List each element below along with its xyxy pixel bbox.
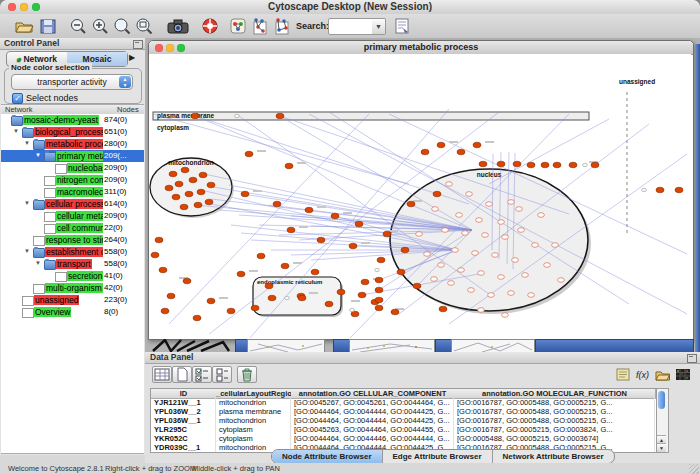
- network-node[interactable]: [194, 202, 202, 208]
- network-node[interactable]: [167, 293, 175, 299]
- network-node-outline[interactable]: [456, 213, 463, 218]
- tree-row[interactable]: secretion41(0): [1, 270, 144, 282]
- tree-row[interactable]: ▼establishment of lo558(0): [1, 246, 144, 258]
- network-node[interactable]: [541, 162, 549, 168]
- attribute-matrix-icon[interactable]: [675, 367, 691, 380]
- network-canvas[interactable]: plasma membranecytoplasmmitochondrionnuc…: [149, 54, 691, 338]
- network-node[interactable]: [181, 167, 189, 173]
- network-node[interactable]: [281, 263, 289, 269]
- network-node-outline[interactable]: [432, 207, 439, 212]
- network-node-outline[interactable]: [466, 192, 473, 197]
- network-node[interactable]: [591, 162, 599, 168]
- plasma-membrane-region[interactable]: [153, 112, 589, 120]
- float-panel-icon[interactable]: [133, 40, 143, 49]
- zoom-out-icon[interactable]: [68, 17, 88, 35]
- network-node[interactable]: [241, 191, 249, 197]
- function-builder-icon[interactable]: f(x): [635, 367, 651, 380]
- tab-edge-attribute-browser[interactable]: Edge Attribute Browser: [383, 450, 493, 463]
- scrollbar-thumb[interactable]: [658, 391, 665, 409]
- network-node[interactable]: [553, 162, 561, 168]
- expander-icon[interactable]: ▼: [24, 200, 30, 206]
- attribute-table-icon[interactable]: [152, 366, 172, 383]
- network-node-outline[interactable]: [538, 213, 545, 218]
- table-cell[interactable]: YDR039C__1: [151, 443, 216, 452]
- network-node-outline[interactable]: [452, 248, 459, 253]
- table-cell[interactable]: [GO:0005488, GO:0005215, GO:0003674]: [454, 434, 655, 443]
- network-node-tiny[interactable]: [583, 163, 588, 166]
- import-attributes-icon[interactable]: [655, 367, 671, 380]
- network-node[interactable]: [169, 171, 177, 177]
- tree-row[interactable]: unassigned223(0): [1, 294, 144, 306]
- network-node[interactable]: [317, 237, 325, 243]
- network-node[interactable]: [325, 301, 333, 307]
- network-node[interactable]: [165, 185, 173, 191]
- network-node-outline[interactable]: [431, 277, 438, 282]
- network-node[interactable]: [155, 237, 163, 243]
- delete-attribute-icon[interactable]: [237, 366, 257, 383]
- tab-overflow-arrow[interactable]: ▶: [129, 53, 135, 62]
- network-node[interactable]: [151, 252, 159, 258]
- network-node[interactable]: [285, 163, 293, 169]
- snapshot-camera-icon[interactable]: [166, 17, 190, 35]
- network-node[interactable]: [361, 279, 369, 285]
- network-node-outline[interactable]: [498, 275, 505, 280]
- network-node[interactable]: [433, 191, 441, 197]
- network-node[interactable]: [287, 227, 295, 233]
- network-node-tiny[interactable]: [642, 188, 647, 191]
- tree-row[interactable]: ▼cellular process614(0): [1, 198, 144, 210]
- network-node[interactable]: [183, 278, 191, 284]
- table-cell[interactable]: [GO:0016787, GO:0005488, GO:0005215, G..…: [454, 416, 655, 425]
- search-input[interactable]: [328, 18, 376, 35]
- network-node-outline[interactable]: [544, 263, 551, 268]
- network-node-tiny[interactable]: [375, 268, 380, 271]
- network-node-outline[interactable]: [438, 263, 445, 268]
- network-node[interactable]: [375, 305, 383, 311]
- layout-network-b-icon[interactable]: [272, 17, 292, 35]
- network-node[interactable]: [337, 289, 345, 295]
- table-cell[interactable]: YPL036W__1: [151, 416, 216, 425]
- network-node[interactable]: [180, 204, 188, 210]
- resize-grip[interactable]: [689, 464, 699, 474]
- network-window[interactable]: primary metabolic process plasma membran…: [148, 40, 694, 340]
- network-node-outline[interactable]: [446, 182, 453, 187]
- network-node[interactable]: [159, 267, 167, 273]
- network-node[interactable]: [207, 182, 215, 188]
- network-node[interactable]: [569, 162, 577, 168]
- network-node-outline[interactable]: [522, 273, 529, 278]
- tree-row[interactable]: cell communicat22(0): [1, 222, 144, 234]
- network-node-outline[interactable]: [502, 313, 509, 318]
- network-node[interactable]: [191, 113, 199, 119]
- help-lifesaver-icon[interactable]: [200, 17, 220, 35]
- table-cell[interactable]: [GO:0045263, GO:0044464, GO:0044455, G..…: [291, 425, 454, 434]
- table-cell[interactable]: [GO:0016787, GO:0005488, GO:0005215, G..…: [454, 407, 655, 416]
- network-node-outline[interactable]: [492, 253, 499, 258]
- network-node[interactable]: [375, 277, 383, 283]
- tree-row[interactable]: ▼transport558(0): [1, 258, 144, 270]
- save-icon[interactable]: [38, 17, 58, 35]
- network-node-tiny[interactable]: [235, 114, 240, 117]
- network-node-tiny[interactable]: [285, 296, 290, 299]
- zoom-in-icon[interactable]: [90, 17, 110, 35]
- network-node[interactable]: [391, 309, 399, 315]
- network-node-outline[interactable]: [448, 281, 455, 286]
- network-node[interactable]: [407, 201, 415, 207]
- expander-icon[interactable]: ▼: [24, 140, 30, 146]
- network-node[interactable]: [189, 177, 197, 183]
- network-node-outline[interactable]: [458, 268, 465, 273]
- open-icon[interactable]: [14, 17, 34, 35]
- network-node[interactable]: [349, 243, 357, 249]
- tree-row[interactable]: ▼metabolic process280(0): [1, 138, 144, 150]
- select-attributes-icon[interactable]: [192, 366, 212, 383]
- scroll-down-arrow[interactable]: ▼: [657, 443, 666, 452]
- network-node-outline[interactable]: [518, 228, 525, 233]
- network-node-outline[interactable]: [416, 232, 423, 237]
- tab-network-attribute-browser[interactable]: Network Attribute Browser: [493, 450, 614, 463]
- network-node[interactable]: [437, 142, 445, 148]
- network-node[interactable]: [207, 298, 215, 304]
- network-node-outline[interactable]: [462, 231, 469, 236]
- network-node[interactable]: [377, 257, 385, 263]
- select-nodes-checkbox[interactable]: ✓: [12, 93, 23, 104]
- network-node[interactable]: [413, 283, 421, 289]
- network-node[interactable]: [397, 269, 405, 275]
- network-node[interactable]: [276, 113, 284, 119]
